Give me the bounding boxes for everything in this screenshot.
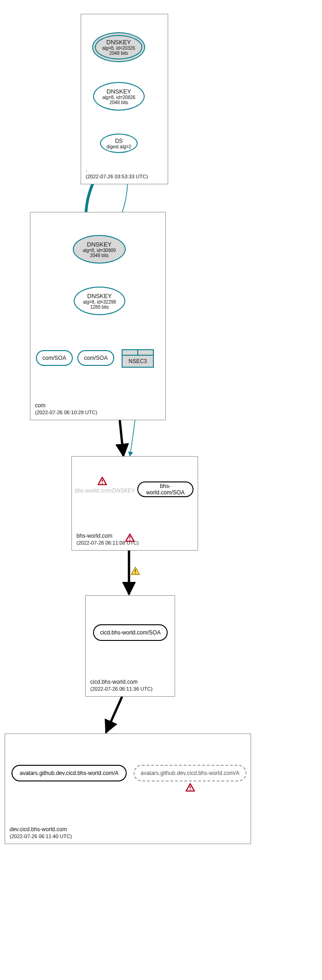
node-root-ksk-title: DNSKEY <box>106 39 131 46</box>
node-com-ksk-bits: 2048 bits <box>90 253 109 258</box>
svg-rect-8 <box>135 573 136 574</box>
zone-com-label: com (2022-07-26 06:10:28 UTC) <box>35 402 97 416</box>
node-root-zsk-alg: alg=8, id=20826 <box>102 95 135 100</box>
zone-bhs-world: bhs-world.com (2022-07-26 06:11:08 UTC) <box>71 456 198 551</box>
node-com-soa-2-label: com/SOA <box>84 355 107 361</box>
node-dev-a-2-label: avatars.github.dev.cicd.bhs-world.com/A <box>141 770 240 776</box>
node-root-ksk-alg: alg=8, id=20326 <box>102 46 135 51</box>
node-root-ds-alg: digest alg=2 <box>106 144 131 149</box>
zone-dev: dev.cicd.bhs-world.com (2022-07-26 06:11… <box>5 734 251 844</box>
node-com-zsk-title: DNSKEY <box>87 293 111 299</box>
node-root-zsk-title: DNSKEY <box>106 88 131 95</box>
node-com-nsec3[interactable]: NSEC3 <box>122 349 154 368</box>
zone-dev-name: dev.cicd.bhs-world.com <box>10 826 72 833</box>
node-bhs-soa-label: bhs-world.com/SOA <box>143 483 188 496</box>
node-com-soa-1[interactable]: com/SOA <box>36 350 73 366</box>
node-root-zsk-bits: 2048 bits <box>110 100 129 105</box>
zone-cicd: cicd.bhs-world.com (2022-07-26 06:11:36 … <box>85 595 175 697</box>
node-bhs-soa[interactable]: bhs-world.com/SOA <box>137 481 193 497</box>
node-root-ksk[interactable]: DNSKEY alg=8, id=20326 2048 bits <box>92 32 145 62</box>
node-cicd-soa-label: cicd.bhs-world.com/SOA <box>100 629 160 636</box>
node-com-soa-2[interactable]: com/SOA <box>77 350 114 366</box>
zone-cicd-timestamp: (2022-07-26 06:11:36 UTC) <box>90 686 152 692</box>
zone-cicd-label: cicd.bhs-world.com (2022-07-26 06:11:36 … <box>90 678 152 692</box>
zone-dev-timestamp: (2022-07-26 06:11:40 UTC) <box>10 833 72 840</box>
svg-rect-5 <box>129 540 130 540</box>
zone-dev-label: dev.cicd.bhs-world.com (2022-07-26 06:11… <box>10 826 72 840</box>
node-com-nsec3-label: NSEC3 <box>123 356 153 367</box>
zone-cicd-name: cicd.bhs-world.com <box>90 678 152 686</box>
svg-rect-1 <box>102 480 103 482</box>
zone-root-label: . (2022-07-26 03:53:33 UTC) <box>86 166 148 180</box>
node-com-zsk-alg: alg=8, id=32298 <box>83 299 116 305</box>
node-com-soa-1-label: com/SOA <box>42 355 66 361</box>
node-bhs-dnskey-ghost: bhs-world.com/DNSKEY <box>74 487 136 494</box>
node-root-ksk-bits: 2048 bits <box>109 51 128 56</box>
warning-icon-bhs-dnskey <box>98 477 107 485</box>
zone-root-timestamp: (2022-07-26 03:53:33 UTC) <box>86 173 148 180</box>
svg-rect-2 <box>102 483 103 484</box>
zone-com-name: com <box>35 402 97 409</box>
node-com-zsk[interactable]: DNSKEY alg=8, id=32298 1280 bits <box>74 287 125 315</box>
node-root-zsk[interactable]: DNSKEY alg=8, id=20826 2048 bits <box>93 82 145 111</box>
warning-icon-bhs-zone <box>125 534 135 542</box>
node-root-ds-title: DS <box>115 138 123 144</box>
node-com-ksk-title: DNSKEY <box>87 241 111 248</box>
node-com-zsk-bits: 1280 bits <box>90 305 109 310</box>
node-com-ksk[interactable]: DNSKEY alg=8, id=30909 2048 bits <box>73 235 126 264</box>
zone-com-timestamp: (2022-07-26 06:10:28 UTC) <box>35 409 97 416</box>
node-com-ksk-alg: alg=8, id=30909 <box>83 248 116 253</box>
svg-rect-4 <box>129 536 130 539</box>
warning-icon-edge-bhs-to-cicd <box>131 567 140 575</box>
svg-rect-11 <box>190 789 191 790</box>
node-dev-a-1[interactable]: avatars.github.dev.cicd.bhs-world.com/A <box>12 765 127 781</box>
svg-rect-10 <box>190 786 191 788</box>
node-cicd-soa[interactable]: cicd.bhs-world.com/SOA <box>93 624 168 641</box>
node-dev-a-2[interactable]: avatars.github.dev.cicd.bhs-world.com/A <box>134 765 246 781</box>
node-root-ds[interactable]: DS digest alg=2 <box>100 134 138 153</box>
svg-rect-7 <box>135 569 136 572</box>
zone-root-name: . <box>86 166 148 173</box>
node-bhs-dnskey-ghost-label: bhs-world.com/DNSKEY <box>75 487 135 494</box>
warning-icon-dev-a-2 <box>186 783 195 792</box>
node-dev-a-1-label: avatars.github.dev.cicd.bhs-world.com/A <box>20 770 119 776</box>
diagram-canvas: . (2022-07-26 03:53:33 UTC) DNSKEY alg=8… <box>0 0 322 980</box>
